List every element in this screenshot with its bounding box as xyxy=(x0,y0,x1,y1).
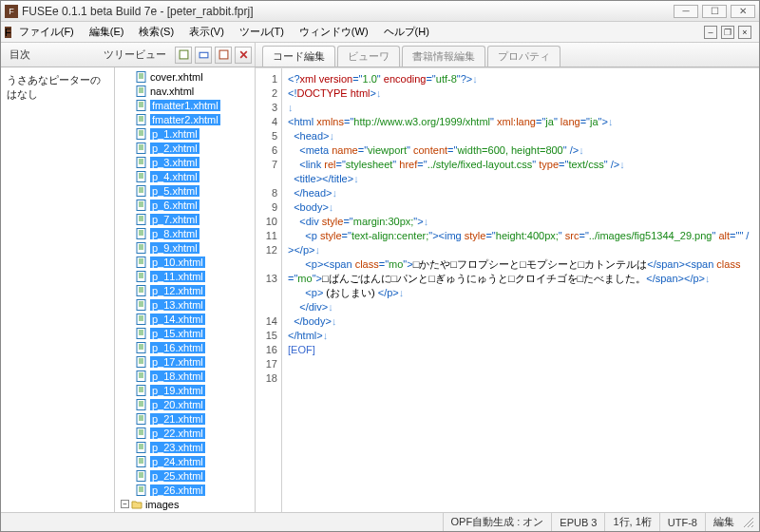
code-line-8[interactable]: <title></title>↓ xyxy=(288,172,753,186)
svg-rect-10 xyxy=(137,142,145,153)
tree-item[interactable]: p_18.xhtml xyxy=(115,369,255,383)
code-line-3[interactable]: ↓ xyxy=(288,101,753,115)
menu-表示(V)[interactable]: 表示(V) xyxy=(181,23,232,41)
code-line-17[interactable]: </html>↓ xyxy=(288,329,753,343)
line-gutter: 123456789101112131415161718 xyxy=(256,68,282,512)
tree-item[interactable]: p_12.xhtml xyxy=(115,283,255,297)
tree-tool-1[interactable] xyxy=(175,47,192,64)
editor-tab-1[interactable]: ビューワ xyxy=(337,46,400,66)
tree-item[interactable]: p_8.xhtml xyxy=(115,226,255,240)
code-line-9[interactable]: </head>↓ xyxy=(288,186,753,200)
tree-item[interactable]: p_13.xhtml xyxy=(115,297,255,312)
tree-item[interactable]: p_24.xhtml xyxy=(115,454,255,468)
tree-item[interactable]: p_1.xhtml xyxy=(115,126,255,141)
close-button[interactable]: ✕ xyxy=(731,5,755,18)
svg-rect-34 xyxy=(137,484,145,495)
status-mode: 編集 xyxy=(705,513,742,531)
menu-ツール(T)[interactable]: ツール(T) xyxy=(232,23,292,41)
editor-panel: 123456789101112131415161718 <?xml versio… xyxy=(256,67,759,512)
code-line-18[interactable]: [EOF] xyxy=(288,343,753,357)
mdi-close-button[interactable]: × xyxy=(738,26,751,39)
mdi-minimize-button[interactable]: – xyxy=(704,26,717,39)
tree-item[interactable]: nav.xhtml xyxy=(115,84,255,98)
code-line-12[interactable]: <p style="text-align:center;"><img style… xyxy=(288,229,753,257)
menu-検索(S)[interactable]: 検索(S) xyxy=(131,23,181,41)
tree-item[interactable]: cover.xhtml xyxy=(115,69,255,84)
tree-item[interactable]: fmatter1.xhtml xyxy=(115,98,255,112)
tree-item[interactable]: p_11.xhtml xyxy=(115,269,255,283)
tree-item[interactable]: p_21.xhtml xyxy=(115,411,255,426)
svg-rect-20 xyxy=(137,285,145,295)
svg-rect-2 xyxy=(219,50,228,59)
tree-item[interactable]: p_10.xhtml xyxy=(115,255,255,269)
tree-item[interactable]: p_14.xhtml xyxy=(115,312,255,326)
tree-item[interactable]: −images xyxy=(115,497,255,511)
code-content[interactable]: <?xml version="1.0" encoding="utf-8"?>↓<… xyxy=(282,68,759,512)
tree-item[interactable]: fmatter2.xhtml xyxy=(115,112,255,126)
tree-item[interactable]: p_26.xhtml xyxy=(115,483,255,497)
menu-編集(E)[interactable]: 編集(E) xyxy=(82,23,132,41)
titlebar: F FUSEe 0.1.1 beta Build 7e - [peter_rab… xyxy=(1,1,759,22)
status-encoding: UTF-8 xyxy=(659,513,705,531)
tree-item[interactable]: p_15.xhtml xyxy=(115,326,255,340)
tree-tool-3[interactable] xyxy=(215,47,232,64)
tree-panel[interactable]: cover.xhtmlnav.xhtmlfmatter1.xhtmlfmatte… xyxy=(115,67,256,512)
tree-item[interactable]: p_25.xhtml xyxy=(115,468,255,483)
code-line-15[interactable]: </div>↓ xyxy=(288,300,753,314)
tree-item[interactable]: p_7.xhtml xyxy=(115,212,255,226)
tree-item[interactable]: p_2.xhtml xyxy=(115,141,255,155)
code-line-13[interactable]: <p><span class="mo">□かたや□フロプシーと□モプシーと□カト… xyxy=(288,257,753,286)
svg-rect-13 xyxy=(137,185,145,196)
code-line-5[interactable]: <head>↓ xyxy=(288,129,753,143)
resize-grip[interactable] xyxy=(742,516,755,529)
editor-tab-0[interactable]: コード編集 xyxy=(262,46,335,66)
statusbar: OPF自動生成 : オン EPUB 3 1行, 1桁 UTF-8 編集 xyxy=(1,512,759,531)
code-line-11[interactable]: <div style="margin:30px;">↓ xyxy=(288,215,753,229)
tree-tool-2[interactable] xyxy=(195,47,212,64)
svg-line-47 xyxy=(751,525,753,527)
svg-rect-26 xyxy=(137,370,145,381)
tree-panel-label: ツリービュー xyxy=(98,46,172,64)
menu-ファイル(F)[interactable]: ファイル(F) xyxy=(11,23,82,41)
editor-tab-3[interactable]: プロパティ xyxy=(487,46,560,66)
code-line-10[interactable]: <body>↓ xyxy=(288,200,753,215)
svg-rect-15 xyxy=(137,214,145,224)
tree-item[interactable]: p_20.xhtml xyxy=(115,397,255,411)
code-line-1[interactable]: <?xml version="1.0" encoding="utf-8"?>↓ xyxy=(288,72,753,86)
svg-rect-23 xyxy=(137,328,145,338)
workspace: うさあなピーターのはなし cover.xhtmlnav.xhtmlfmatter… xyxy=(1,67,759,512)
svg-rect-19 xyxy=(137,271,145,281)
mdi-restore-button[interactable]: ❐ xyxy=(721,26,734,39)
code-line-16[interactable]: </body>↓ xyxy=(288,314,753,329)
svg-rect-24 xyxy=(137,342,145,352)
editor-tab-2[interactable]: 書籍情報編集 xyxy=(402,46,485,66)
tree-item[interactable]: p_9.xhtml xyxy=(115,240,255,255)
toolbar: 目次 ツリービュー コード編集ビューワ書籍情報編集プロパティ xyxy=(1,43,759,67)
minimize-button[interactable]: ─ xyxy=(674,5,698,18)
menu-ウィンドウ(W)[interactable]: ウィンドウ(W) xyxy=(292,23,376,41)
tree-item[interactable]: p_5.xhtml xyxy=(115,183,255,198)
status-position: 1行, 1桁 xyxy=(604,513,658,531)
tree-item[interactable]: p_6.xhtml xyxy=(115,198,255,212)
tree-item[interactable]: p_16.xhtml xyxy=(115,340,255,354)
menubar: F ファイル(F)編集(E)検索(S)表示(V)ツール(T)ウィンドウ(W)ヘル… xyxy=(1,22,759,43)
code-line-6[interactable]: <meta name="viewport" content="width=600… xyxy=(288,143,753,158)
tree-item[interactable]: p_19.xhtml xyxy=(115,383,255,397)
maximize-button[interactable]: ☐ xyxy=(702,5,727,18)
status-opf: OPF自動生成 : オン xyxy=(443,513,552,531)
tree-item[interactable]: p_4.xhtml xyxy=(115,169,255,183)
code-line-2[interactable]: <!DOCTYPE html>↓ xyxy=(288,86,753,101)
svg-rect-28 xyxy=(137,399,145,409)
code-line-7[interactable]: <link rel="stylesheet" href="../style/fi… xyxy=(288,158,753,172)
tree-item[interactable]: p_22.xhtml xyxy=(115,426,255,440)
toc-item[interactable]: うさあなピーターのはなし xyxy=(5,71,110,104)
tree-item[interactable]: p_23.xhtml xyxy=(115,440,255,454)
toc-panel: うさあなピーターのはなし xyxy=(1,67,115,512)
code-line-4[interactable]: <html xmlns="http://www.w3.org/1999/xhtm… xyxy=(288,115,753,129)
tree-item[interactable]: p_3.xhtml xyxy=(115,155,255,169)
code-editor[interactable]: 123456789101112131415161718 <?xml versio… xyxy=(256,67,759,512)
tree-item[interactable]: p_17.xhtml xyxy=(115,354,255,369)
menu-ヘルプ(H)[interactable]: ヘルプ(H) xyxy=(376,23,437,41)
code-line-14[interactable]: <p> (おしまい) </p>↓ xyxy=(288,286,753,300)
tree-delete-icon[interactable] xyxy=(235,47,252,64)
